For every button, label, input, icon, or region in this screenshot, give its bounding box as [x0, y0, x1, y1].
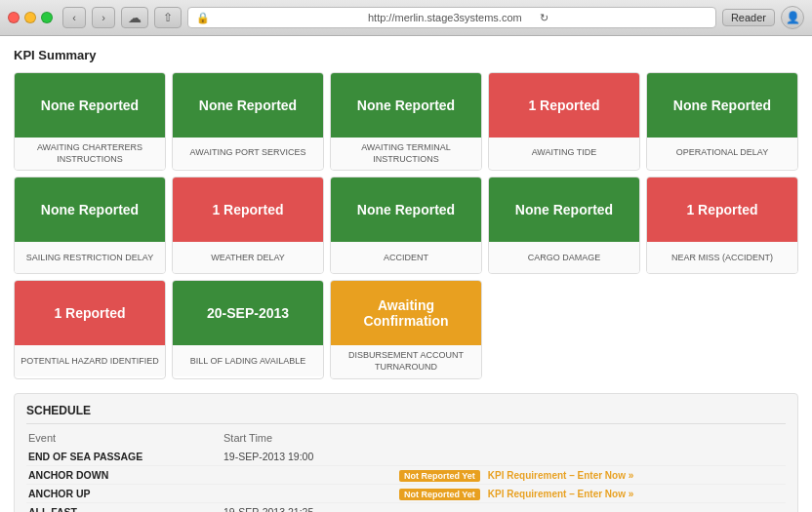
schedule-start-time: 19-SEP-2013 19:00 — [223, 451, 399, 462]
header-start: Start Time — [223, 432, 399, 444]
kpi-card-1-1[interactable]: 1 ReportedWEATHER DELAY — [172, 177, 324, 274]
kpi-card-1-4[interactable]: 1 ReportedNEAR MISS (ACCIDENT) — [646, 177, 798, 274]
kpi-card-label-2-0: POTENTIAL HAZARD IDENTIFIED — [15, 345, 165, 376]
schedule-row: END OF SEA PASSAGE19-SEP-2013 19:00 — [26, 448, 786, 466]
reader-button[interactable]: Reader — [722, 9, 775, 26]
share-icon[interactable]: ⇧ — [154, 7, 182, 28]
kpi-card-2-2[interactable]: Awaiting ConfirmationDISBURSEMENT ACCOUN… — [330, 280, 482, 378]
kpi-requirement-link[interactable]: KPI Requirement – Enter Now » — [488, 470, 633, 481]
kpi-card-value-1-1: 1 Reported — [173, 177, 323, 242]
cloud-icon: ☁ — [121, 7, 148, 28]
schedule-start-time: 19-SEP-2013 21:25 — [223, 506, 399, 512]
kpi-card-value-1-2: None Reported — [331, 177, 481, 242]
schedule-event-name: ALL FAST — [28, 506, 223, 512]
kpi-card-value-1-4: 1 Reported — [647, 177, 797, 242]
kpi-card-value-1-3: None Reported — [489, 177, 639, 242]
kpi-card-0-1[interactable]: None ReportedAWAITING PORT SERVICES — [172, 72, 324, 171]
kpi-card-0-3[interactable]: 1 ReportedAWAITING TIDE — [488, 72, 640, 171]
page-content: KPI Summary None ReportedAWAITING CHARTE… — [0, 36, 812, 512]
schedule-badge-container: Not Reported YetKPI Requirement – Enter … — [399, 488, 784, 499]
forward-button[interactable]: › — [92, 7, 115, 28]
schedule-section: SCHEDULE Event Start Time END OF SEA PAS… — [14, 393, 798, 512]
schedule-event-name: ANCHOR UP — [28, 488, 223, 499]
kpi-requirement-link[interactable]: KPI Requirement – Enter Now » — [488, 489, 633, 499]
schedule-row: ANCHOR UPNot Reported YetKPI Requirement… — [26, 485, 786, 503]
kpi-card-label-0-2: AWAITING TERMINAL INSTRUCTIONS — [331, 138, 481, 170]
kpi-card-label-1-1: WEATHER DELAY — [173, 242, 323, 273]
kpi-card-0-0[interactable]: None ReportedAWAITING CHARTERERS INSTRUC… — [14, 72, 166, 171]
reload-icon[interactable]: ↻ — [540, 12, 708, 24]
address-bar[interactable]: 🔒 http://merlin.stage3systems.com ↻ — [187, 7, 716, 28]
kpi-card-label-2-2: DISBURSEMENT ACCOUNT TURNAROUND — [331, 345, 481, 377]
kpi-card-2-0[interactable]: 1 ReportedPOTENTIAL HAZARD IDENTIFIED — [14, 280, 166, 378]
kpi-card-label-2-1: BILL OF LADING AVAILABLE — [173, 345, 323, 376]
schedule-event-name: END OF SEA PASSAGE — [28, 451, 223, 462]
kpi-card-value-2-0: 1 Reported — [15, 281, 165, 345]
schedule-header: Event Start Time — [26, 432, 786, 444]
back-button[interactable]: ‹ — [62, 7, 86, 28]
kpi-card-label-1-2: ACCIDENT — [331, 242, 481, 273]
kpi-row-3: 1 ReportedPOTENTIAL HAZARD IDENTIFIED20-… — [14, 280, 798, 378]
minimize-button[interactable] — [24, 12, 36, 23]
kpi-card-value-1-0: None Reported — [15, 177, 165, 242]
kpi-card-value-2-2: Awaiting Confirmation — [331, 281, 481, 345]
header-event: Event — [28, 432, 223, 444]
kpi-card-1-2[interactable]: None ReportedACCIDENT — [330, 177, 482, 274]
kpi-card-label-1-4: NEAR MISS (ACCIDENT) — [647, 242, 797, 273]
kpi-card-0-4[interactable]: None ReportedOPERATIONAL DELAY — [646, 72, 798, 171]
browser-chrome: ‹ › ☁ ⇧ 🔒 http://merlin.stage3systems.co… — [0, 0, 812, 36]
schedule-badge-container: Not Reported YetKPI Requirement – Enter … — [399, 469, 784, 481]
kpi-card-label-0-3: AWAITING TIDE — [489, 138, 639, 169]
kpi-card-value-0-1: None Reported — [173, 73, 323, 138]
schedule-row: ANCHOR DOWNNot Reported YetKPI Requireme… — [26, 466, 786, 485]
kpi-card-2-1[interactable]: 20-SEP-2013BILL OF LADING AVAILABLE — [172, 280, 324, 378]
schedule-title: SCHEDULE — [26, 404, 786, 424]
kpi-card-value-0-4: None Reported — [647, 73, 797, 138]
schedule-rows: END OF SEA PASSAGE19-SEP-2013 19:00ANCHO… — [26, 448, 786, 512]
schedule-event-name: ANCHOR DOWN — [28, 469, 223, 481]
kpi-card-label-0-4: OPERATIONAL DELAY — [647, 138, 797, 169]
url-text[interactable]: http://merlin.stage3systems.com — [368, 12, 536, 23]
kpi-card-label-1-0: SAILING RESTRICTION DELAY — [15, 242, 165, 273]
kpi-row-1: None ReportedAWAITING CHARTERERS INSTRUC… — [14, 72, 798, 171]
maximize-button[interactable] — [41, 12, 53, 23]
kpi-card-label-0-0: AWAITING CHARTERERS INSTRUCTIONS — [15, 138, 165, 170]
kpi-card-value-0-0: None Reported — [15, 73, 165, 138]
not-reported-badge: Not Reported Yet — [399, 489, 480, 500]
kpi-card-1-3[interactable]: None ReportedCARGO DAMAGE — [488, 177, 640, 274]
user-icon[interactable]: 👤 — [781, 6, 804, 29]
kpi-card-value-0-3: 1 Reported — [489, 73, 639, 138]
kpi-row-2: None ReportedSAILING RESTRICTION DELAY1 … — [14, 177, 798, 274]
kpi-card-1-0[interactable]: None ReportedSAILING RESTRICTION DELAY — [14, 177, 166, 274]
not-reported-badge: Not Reported Yet — [399, 470, 480, 482]
kpi-card-value-2-1: 20-SEP-2013 — [173, 281, 323, 345]
kpi-card-value-0-2: None Reported — [331, 73, 481, 138]
schedule-row: ALL FAST19-SEP-2013 21:25 — [26, 503, 786, 512]
kpi-section-title: KPI Summary — [14, 48, 798, 62]
kpi-card-0-2[interactable]: None ReportedAWAITING TERMINAL INSTRUCTI… — [330, 72, 482, 171]
kpi-card-label-1-3: CARGO DAMAGE — [489, 242, 639, 273]
lock-icon: 🔒 — [196, 12, 364, 24]
kpi-card-label-0-1: AWAITING PORT SERVICES — [173, 138, 323, 169]
close-button[interactable] — [8, 12, 20, 23]
traffic-lights — [8, 12, 53, 23]
